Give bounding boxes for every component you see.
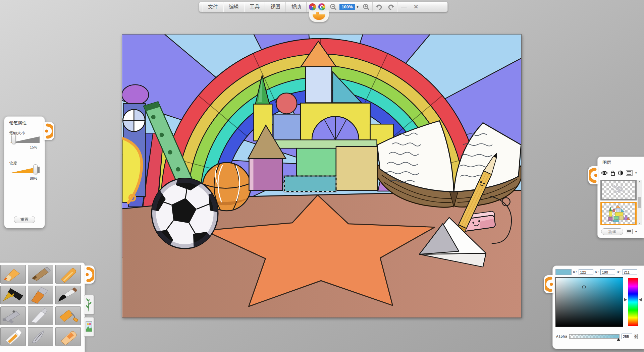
hue-marker-left[interactable] xyxy=(624,298,627,301)
color-collapse-handle[interactable] xyxy=(544,275,554,293)
color-layer-thumbnail xyxy=(602,203,635,224)
hue-marker-right[interactable] xyxy=(639,298,642,301)
tool-fountain-pen[interactable] xyxy=(0,286,26,304)
menu-file[interactable]: 文件 xyxy=(203,2,223,12)
tool-paint-roller[interactable] xyxy=(55,306,81,325)
blue-label: B: xyxy=(616,270,621,274)
tool-flat-brush[interactable] xyxy=(28,286,53,304)
softness-value: 86% xyxy=(30,176,37,180)
metal-nib-icon xyxy=(28,328,53,345)
color-picker-panel: R: G: B: Alpha ▲▼ xyxy=(552,266,644,349)
layer-item-color[interactable] xyxy=(600,202,637,225)
orange-crescent-icon xyxy=(85,266,94,283)
tool-airbrush[interactable] xyxy=(0,306,26,325)
selection-marquee[interactable] xyxy=(284,176,336,192)
tool-crayon[interactable] xyxy=(55,265,81,284)
stamp-picture-tab[interactable] xyxy=(84,317,94,337)
alpha-spinner[interactable]: ▲▼ xyxy=(634,334,638,339)
tool-ink-brush[interactable] xyxy=(55,286,81,304)
palette-collapse-handle[interactable] xyxy=(85,266,95,284)
saturation-value-box[interactable] xyxy=(555,277,623,327)
layer-menu-dropdown[interactable]: ▾ xyxy=(635,171,637,175)
layers-panel: 图层 ▾ xyxy=(597,157,644,238)
layers-options-dropdown[interactable]: ▾ xyxy=(635,230,637,233)
zoom-out-button[interactable] xyxy=(327,2,339,12)
redo-icon xyxy=(387,3,395,11)
layers-options-icon[interactable] xyxy=(626,229,633,234)
nature-brush-tab[interactable] xyxy=(84,295,94,314)
undo-icon xyxy=(375,3,383,11)
tool-glue-pen[interactable] xyxy=(0,327,26,346)
drawing-canvas[interactable] xyxy=(122,34,522,318)
tool-sharp-pencil[interactable] xyxy=(0,265,26,284)
orange-crescent-icon xyxy=(45,123,53,139)
redo-button[interactable] xyxy=(385,2,397,12)
visibility-eye-icon[interactable] xyxy=(601,171,608,175)
lock-icon[interactable] xyxy=(610,170,615,176)
orange-crescent-icon xyxy=(545,276,553,293)
menu-view[interactable]: 视图 xyxy=(265,2,286,12)
alpha-label: Alpha xyxy=(556,335,567,339)
orange-crescent-icon xyxy=(589,167,598,184)
scroll-up-icon[interactable]: ∧ xyxy=(638,180,641,183)
scrollbar-thumb[interactable] xyxy=(638,197,641,208)
brush-size-value: 15% xyxy=(30,145,37,149)
mascot-mouth-icon xyxy=(313,14,325,20)
layer-item-sketch[interactable] xyxy=(600,180,637,200)
tool-eraser[interactable] xyxy=(55,327,81,346)
new-layer-button[interactable]: 新建 xyxy=(601,228,623,235)
toolbar-right-cap xyxy=(422,2,425,12)
palette-knife-icon xyxy=(28,307,53,325)
tool-palette xyxy=(0,262,85,352)
airbrush-icon xyxy=(1,307,25,325)
tool-palette-knife[interactable] xyxy=(28,306,53,325)
crayon-icon xyxy=(56,266,80,283)
blend-contrast-icon[interactable] xyxy=(618,170,623,176)
menu-tools[interactable]: 工具 xyxy=(244,2,265,12)
tool-metal-nib[interactable] xyxy=(28,327,53,346)
blue-field[interactable] xyxy=(623,269,637,275)
zoom-level-field[interactable]: 100% xyxy=(339,4,355,10)
softness-slider-thumb[interactable] xyxy=(33,164,38,174)
mascot-icons[interactable] xyxy=(307,2,327,12)
mascot-color-wheel-icon[interactable] xyxy=(309,3,316,11)
minimize-button[interactable]: — xyxy=(398,2,410,12)
menu-help[interactable]: 帮助 xyxy=(286,2,307,12)
toolbar-left-cap xyxy=(199,2,203,12)
layers-collapse-handle[interactable] xyxy=(588,166,598,184)
sharp-pencil-icon xyxy=(1,266,25,283)
tool-wood-pencil[interactable] xyxy=(28,265,53,284)
tool-grid xyxy=(0,265,83,346)
mascot-face xyxy=(309,10,329,22)
brush-size-slider[interactable] xyxy=(9,135,40,144)
undo-button[interactable] xyxy=(373,2,385,12)
red-label: R: xyxy=(573,270,577,274)
hue-bar[interactable] xyxy=(628,278,638,326)
reset-button[interactable]: 重置 xyxy=(14,216,35,223)
layers-scrollbar[interactable]: ∧ ∨ xyxy=(637,180,642,225)
zoom-dropdown-arrow[interactable]: ▾ xyxy=(355,2,360,12)
softness-slider[interactable] xyxy=(9,165,40,174)
red-field[interactable] xyxy=(579,269,593,275)
layer-menu-icon[interactable] xyxy=(626,170,633,176)
scroll-down-icon[interactable]: ∨ xyxy=(638,222,641,225)
green-field[interactable] xyxy=(600,269,615,275)
color-cursor[interactable] xyxy=(582,286,586,289)
close-button[interactable]: ✕ xyxy=(410,2,422,12)
artwork xyxy=(122,35,521,317)
pencil-properties-panel: 铅笔属性 笔触大小 15% 软度 86% 重置 xyxy=(4,116,45,228)
brush-size-slider-thumb[interactable] xyxy=(11,134,16,144)
main-toolbar: 文件 编辑 工具 视图 帮助 100% ▾ xyxy=(199,2,448,12)
menu-edit[interactable]: 编辑 xyxy=(223,2,244,12)
alpha-field[interactable] xyxy=(622,334,632,339)
alpha-marker[interactable] xyxy=(617,338,620,341)
panel-title: 铅笔属性 xyxy=(9,120,26,126)
alpha-slider[interactable] xyxy=(569,334,620,339)
panel-collapse-handle[interactable] xyxy=(44,122,54,140)
zoom-in-button[interactable] xyxy=(360,2,372,12)
fountain-pen-icon xyxy=(1,286,25,304)
mascot-spiral-icon[interactable] xyxy=(318,3,326,11)
mini-picture-icon xyxy=(85,319,93,335)
eraser-icon xyxy=(56,328,80,345)
sketch-layer-thumbnail xyxy=(602,181,635,199)
